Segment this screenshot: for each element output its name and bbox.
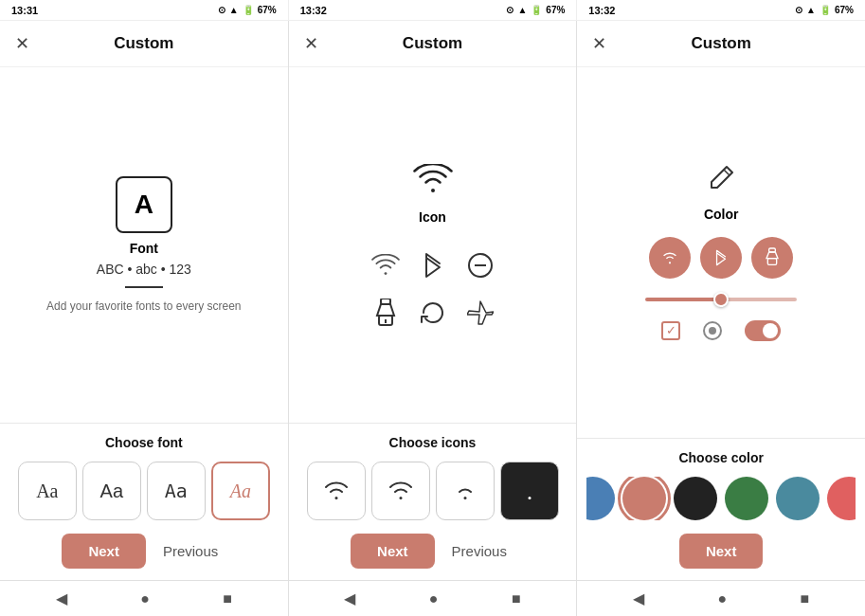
color-option-green[interactable] [725, 477, 768, 520]
status-bar-3: 13:32 ⊙ ▲ 🔋 67% [577, 0, 865, 20]
time-1: 13:31 [11, 5, 38, 16]
wifi-icon-3: ▲ [806, 5, 816, 15]
color-buttons-row: Next [586, 534, 856, 569]
next-button-icon[interactable]: Next [351, 534, 435, 569]
color-circle-wifi [649, 237, 691, 279]
wifi-main-icon [413, 164, 453, 202]
panel-font-main: A Font ABC • abc • 123 Add your favorite… [0, 67, 288, 423]
panel-color-bottom: Choose color Next [577, 438, 865, 580]
icon-section-label: Icon [419, 209, 446, 225]
color-option-red[interactable] [827, 477, 856, 520]
home-button-3[interactable]: ● [718, 590, 728, 607]
panel-icon-title: Custom [403, 34, 462, 53]
radio-control[interactable] [703, 321, 722, 340]
wifi-icon-2: ▲ [517, 5, 527, 15]
signal-icon-2: ⊙ [506, 5, 514, 15]
panel-icon-main: Icon [289, 67, 577, 423]
nav-section-2: ◀ ● ■ [289, 581, 578, 616]
slider-thumb [713, 292, 729, 307]
slider-track [645, 298, 797, 301]
icon-option-1[interactable] [371, 462, 430, 520]
close-button-color[interactable]: ✕ [592, 33, 606, 54]
font-icon: A [116, 176, 172, 233]
panel-font: ✕ Custom A Font ABC • abc • 123 Add your… [0, 21, 289, 580]
status-icons-2: ⊙ ▲ 🔋 67% [506, 5, 565, 15]
panel-color: ✕ Custom Color [577, 21, 865, 580]
pencil-icon [708, 165, 734, 197]
radio-inner [709, 327, 716, 335]
icon-option-3[interactable] [500, 462, 559, 520]
battery-percent-2: 67% [546, 5, 565, 15]
recent-button-2[interactable]: ■ [512, 590, 521, 607]
toggle-control[interactable] [745, 320, 781, 341]
grid-flashlight [371, 299, 400, 327]
back-button-2[interactable]: ◀ [344, 589, 355, 607]
color-option-teal[interactable] [776, 477, 820, 520]
font-option-0[interactable]: Aa [18, 462, 77, 520]
panel-color-main: Color [577, 67, 865, 438]
back-button-3[interactable]: ◀ [633, 589, 644, 607]
status-icons-1: ⊙ ▲ 🔋 67% [218, 5, 277, 15]
color-circle-flashlight [751, 237, 793, 279]
close-button-icon[interactable]: ✕ [304, 33, 318, 54]
status-bar-2: 13:32 ⊙ ▲ 🔋 67% [289, 0, 578, 20]
icon-options-row [298, 462, 568, 520]
panel-font-header: ✕ Custom [0, 21, 288, 67]
status-icons-3: ⊙ ▲ 🔋 67% [795, 5, 854, 15]
grid-refresh [419, 299, 447, 327]
icon-option-0[interactable] [307, 462, 366, 520]
nav-bar: ◀ ● ■ ◀ ● ■ ◀ ● ■ [0, 580, 865, 616]
checkbox-control[interactable]: ✓ [661, 321, 680, 340]
color-option-blue[interactable] [586, 477, 615, 520]
font-option-3[interactable]: Aa [211, 462, 270, 520]
battery-percent-1: 67% [258, 5, 277, 15]
battery-percent-3: 67% [835, 5, 854, 15]
svg-rect-7 [768, 258, 777, 264]
prev-button-font[interactable]: Previous [155, 534, 225, 569]
color-controls-row: ✓ [661, 320, 781, 341]
nav-section-1: ◀ ● ■ [0, 581, 289, 616]
color-option-black[interactable] [674, 477, 717, 520]
next-button-color[interactable]: Next [679, 534, 764, 569]
choose-font-label: Choose font [9, 435, 279, 450]
close-button-font[interactable]: ✕ [15, 33, 29, 54]
icon-grid [371, 251, 495, 327]
prev-button-icon[interactable]: Previous [444, 534, 514, 569]
font-icon-letter: A [135, 190, 153, 220]
panel-color-header: ✕ Custom [577, 21, 865, 67]
grid-airplane [466, 299, 495, 327]
time-3: 13:32 [588, 5, 615, 16]
font-option-2[interactable]: Aa [147, 462, 206, 520]
panel-icon: ✕ Custom Icon [289, 21, 578, 580]
battery-icon-3: 🔋 [820, 5, 831, 15]
grid-minus-circle [466, 251, 495, 280]
battery-icon-1: 🔋 [243, 5, 254, 15]
recent-button-3[interactable]: ■ [801, 590, 810, 607]
color-circle-bluetooth [700, 237, 742, 279]
font-section-label: Font [130, 241, 158, 256]
panels-container: ✕ Custom A Font ABC • abc • 123 Add your… [0, 21, 865, 580]
font-divider [125, 286, 163, 288]
wifi-icon-1: ▲ [229, 5, 239, 15]
svg-line-5 [724, 170, 730, 175]
font-options-row: Aa Aa Aa Aa [9, 462, 279, 520]
color-section: Color [592, 165, 850, 341]
color-slider[interactable] [645, 298, 797, 301]
next-button-font[interactable]: Next [62, 534, 146, 569]
color-circles-row [649, 237, 793, 279]
home-button-1[interactable]: ● [140, 590, 150, 607]
panel-font-title: Custom [114, 34, 173, 53]
icon-option-2[interactable] [436, 462, 495, 520]
choose-color-label: Choose color [586, 450, 856, 465]
panel-color-title: Custom [692, 34, 751, 53]
panel-font-bottom: Choose font Aa Aa Aa Aa Next Previous [0, 423, 288, 580]
color-section-label: Color [704, 207, 739, 222]
back-button-1[interactable]: ◀ [56, 589, 67, 607]
home-button-2[interactable]: ● [429, 590, 439, 607]
battery-icon-2: 🔋 [531, 5, 542, 15]
color-option-brown[interactable] [622, 477, 666, 520]
choose-icon-label: Choose icons [298, 435, 568, 450]
font-sample-text: ABC • abc • 123 [97, 262, 191, 277]
recent-button-1[interactable]: ■ [223, 590, 232, 607]
font-option-1[interactable]: Aa [82, 462, 141, 520]
